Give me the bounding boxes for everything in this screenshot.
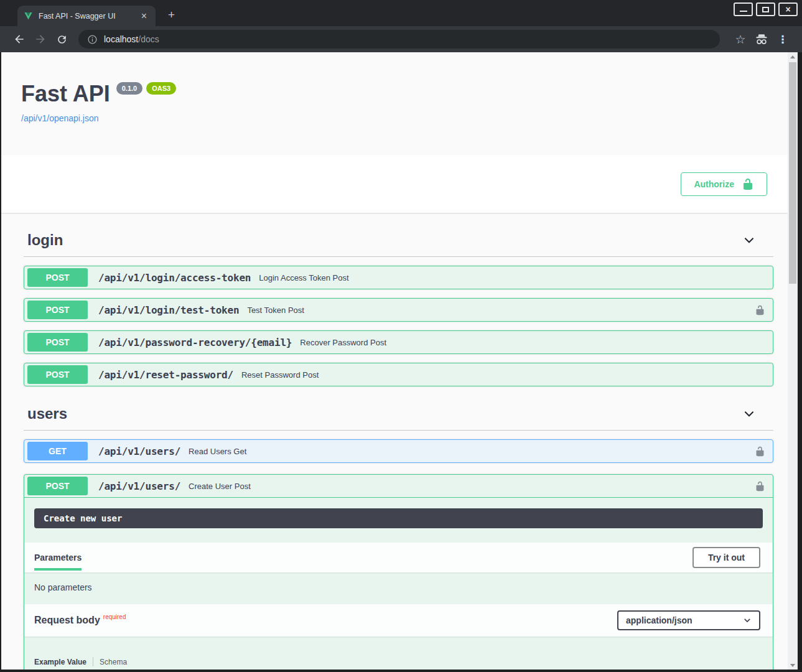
endpoint-path: /api/v1/password-recovery/{email} [98,337,292,348]
endpoint-row-create-user[interactable]: POST /api/v1/users/ Create User Post [24,475,773,498]
operation-description: Create new user [34,508,763,528]
auth-lock-button[interactable] [755,481,765,492]
authorize-label: Authorize [694,179,734,189]
unlocked-padlock-icon [755,305,765,315]
request-body-header: Request body required application/json [24,604,773,637]
tag-name: login [27,231,63,249]
browser-window: Fast API - Swagger UI × + × localhost/do… [0,0,802,672]
api-tags: login POST /api/v1/login/access-token Lo… [1,213,788,670]
method-badge: POST [27,301,88,319]
close-icon: × [785,5,790,14]
media-type-select[interactable]: application/json [617,610,760,630]
method-badge: POST [27,365,88,384]
authorize-button[interactable]: Authorize [681,172,767,196]
endpoint-path: /api/v1/login/access-token [98,272,251,284]
endpoint-summary: Recover Password Post [300,338,386,347]
endpoint-row-login-access-token[interactable]: POST /api/v1/login/access-token Login Ac… [24,266,773,289]
browser-tab[interactable]: Fast API - Swagger UI × [17,6,156,26]
parameters-header: Parameters Try it out [24,543,773,572]
incognito-indicator [751,29,772,50]
api-title-row: Fast API 0.1.0 OAS3 [21,81,788,107]
endpoint-path: /api/v1/users/ [98,480,180,492]
endpoint-path: /api/v1/reset-password/ [98,369,233,381]
tag-section-users: users GET /api/v1/users/ Read Users Get [24,386,773,670]
minimize-icon [740,11,747,12]
back-button[interactable] [9,29,30,50]
model-example-tabs: Example Value Schema [34,657,773,666]
menu-dots-icon: ⋮ [778,33,788,46]
method-badge: POST [27,333,88,352]
tab-divider [93,657,93,666]
no-parameters-message: No parameters [24,572,773,604]
browser-menu-button[interactable]: ⋮ [772,29,793,50]
endpoint-summary: Read Users Get [189,447,246,456]
oas3-badge: OAS3 [146,82,176,95]
forward-button[interactable] [30,29,51,50]
tab-parameters[interactable]: Parameters [34,553,82,562]
close-button[interactable]: × [778,2,798,16]
unlocked-padlock-icon [755,446,765,457]
method-badge: POST [27,477,88,495]
page-info-icon[interactable] [87,34,98,45]
endpoint-row-login-test-token[interactable]: POST /api/v1/login/test-token Test Token… [24,298,773,322]
address-bar[interactable]: localhost/docs [78,30,720,49]
swagger-content: Fast API 0.1.0 OAS3 /api/v1/openapi.json… [1,52,788,670]
try-it-out-button[interactable]: Try it out [692,547,760,568]
method-badge: GET [27,442,88,460]
tab-close-icon[interactable]: × [139,10,149,22]
endpoint-path: /api/v1/login/test-token [98,304,239,316]
triangle-up-icon [790,55,795,58]
triangle-down-icon [790,664,795,667]
endpoint-summary: Create User Post [189,482,251,491]
select-chevron-icon [743,616,752,625]
tab-schema[interactable]: Schema [100,658,127,666]
endpoint-expanded-create-user: POST /api/v1/users/ Create User Post Cre… [24,474,773,670]
method-badge: POST [27,268,88,287]
swagger-ui-page: Fast API 0.1.0 OAS3 /api/v1/openapi.json… [1,52,798,670]
tab-example-value[interactable]: Example Value [34,658,86,666]
unlocked-padlock-icon [755,481,765,492]
tag-header-login[interactable]: login [24,213,773,257]
version-badge: 0.1.0 [116,82,142,95]
back-icon [13,33,26,45]
tab-title: Fast API - Swagger UI [39,12,139,21]
page-title: Fast API [21,81,110,107]
browser-titlebar: Fast API - Swagger UI × + × [0,0,802,26]
incognito-icon [755,33,768,45]
scrollbar-thumb[interactable] [789,62,796,284]
chevron-down-icon[interactable] [742,407,756,421]
openapi-spec-link[interactable]: /api/v1/openapi.json [21,113,99,123]
required-flag: required [103,614,126,620]
bookmark-star-icon: ☆ [735,32,745,47]
api-info: Fast API 0.1.0 OAS3 /api/v1/openapi.json [1,52,788,124]
swagger-favicon-icon [24,11,33,21]
endpoint-row-reset-password[interactable]: POST /api/v1/reset-password/ Reset Passw… [24,363,773,386]
tag-header-users[interactable]: users [24,386,773,431]
endpoint-summary: Reset Password Post [241,370,319,380]
window-controls: × [734,2,798,16]
scrollbar-up-arrow[interactable] [788,52,798,61]
auth-lock-button[interactable] [755,305,765,315]
maximize-icon [762,7,769,12]
tag-section-login: login POST /api/v1/login/access-token Lo… [24,213,773,386]
endpoint-path: /api/v1/users/ [98,446,180,457]
unlocked-padlock-icon [742,178,754,190]
forward-icon [34,33,47,45]
scrollbar-down-arrow[interactable] [788,661,798,670]
url-path: /docs [138,34,159,44]
auth-lock-button[interactable] [755,446,765,457]
bookmark-button[interactable]: ☆ [730,29,751,50]
reload-button[interactable] [51,29,72,50]
endpoint-summary: Login Access Token Post [259,273,348,282]
reload-icon [56,34,68,45]
scheme-container: Authorize [1,155,788,213]
chevron-down-icon[interactable] [742,233,756,247]
endpoint-row-password-recovery[interactable]: POST /api/v1/password-recovery/{email} R… [24,330,773,354]
media-type-value: application/json [626,615,692,625]
minimize-button[interactable] [734,2,753,16]
page-scrollbar[interactable] [788,52,798,670]
new-tab-button[interactable]: + [164,7,179,22]
maximize-button[interactable] [756,2,775,16]
tag-name: users [27,405,67,422]
endpoint-row-read-users[interactable]: GET /api/v1/users/ Read Users Get [24,439,773,463]
